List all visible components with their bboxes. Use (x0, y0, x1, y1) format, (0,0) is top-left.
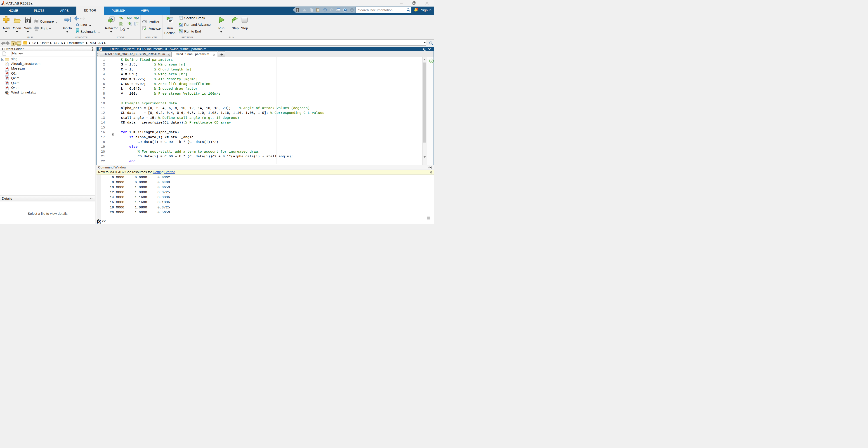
svg-text:?: ? (344, 8, 346, 11)
svg-text:fx: fx (6, 62, 7, 65)
svg-text:%: % (119, 16, 123, 20)
svg-text:fi: fi (123, 29, 125, 31)
svg-text:%: % (134, 16, 137, 20)
svg-text:%: % (127, 16, 130, 20)
